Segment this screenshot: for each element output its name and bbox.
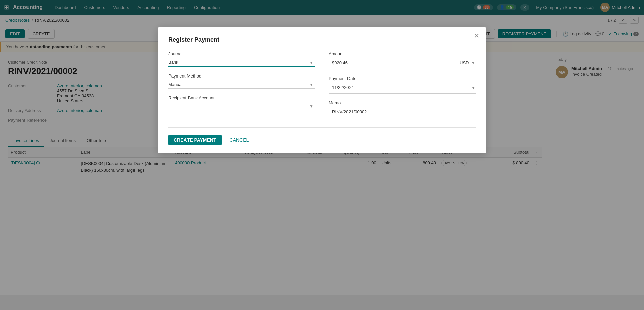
amount-row: USD ▼: [329, 58, 476, 69]
journal-input[interactable]: [168, 58, 315, 67]
amount-label: Amount: [329, 51, 476, 56]
amount-input[interactable]: [329, 58, 453, 67]
currency-select-wrap: USD ▼: [456, 58, 476, 67]
recipient-bank-select[interactable]: [168, 102, 315, 110]
payment-date-wrap: ▼: [329, 83, 476, 94]
payment-method-label: Payment Method: [168, 73, 315, 79]
modal-divider: [168, 127, 476, 128]
payment-date-input[interactable]: [329, 83, 471, 92]
create-payment-button[interactable]: CREATE PAYMENT: [168, 135, 222, 145]
payment-date-field: Payment Date ▼: [329, 76, 476, 94]
modal-actions: CREATE PAYMENT CANCEL: [168, 135, 476, 145]
payment-method-field: Payment Method Manual ▼: [168, 73, 315, 89]
modal-fields: Journal ▼ Payment Method Manual ▼: [168, 51, 476, 118]
recipient-bank-wrap: ▼: [168, 102, 315, 110]
currency-select[interactable]: USD: [456, 58, 476, 67]
modal-right-fields: Amount USD ▼ Payment Date: [329, 51, 476, 118]
journal-input-wrap: ▼: [168, 58, 315, 67]
memo-label: Memo: [329, 100, 476, 105]
recipient-bank-label: Recipient Bank Account: [168, 95, 315, 100]
memo-wrap: [329, 107, 476, 118]
amount-field: Amount USD ▼: [329, 51, 476, 69]
payment-method-select[interactable]: Manual: [168, 81, 315, 89]
memo-field: Memo: [329, 100, 476, 118]
modal-title: Register Payment: [168, 36, 476, 43]
memo-input[interactable]: [329, 107, 476, 116]
register-payment-modal: Register Payment ✕ Journal ▼ Payment Met…: [158, 27, 486, 153]
journal-field-label: Journal: [168, 51, 315, 56]
modal-close-button[interactable]: ✕: [474, 32, 480, 39]
modal-left-fields: Journal ▼ Payment Method Manual ▼: [168, 51, 315, 118]
payment-method-wrap: Manual ▼: [168, 81, 315, 89]
calendar-icon: ▼: [471, 85, 476, 90]
journal-field: Journal ▼: [168, 51, 315, 67]
modal-overlay: Register Payment ✕ Journal ▼ Payment Met…: [0, 0, 644, 295]
recipient-bank-field: Recipient Bank Account ▼: [168, 95, 315, 110]
cancel-button[interactable]: CANCEL: [226, 135, 253, 145]
payment-date-label: Payment Date: [329, 76, 476, 81]
